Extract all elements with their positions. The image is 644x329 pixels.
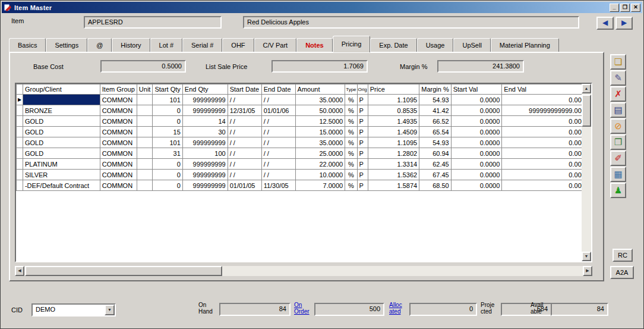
grid-cell[interactable]: COMMON	[100, 105, 137, 116]
row-selector[interactable]	[17, 127, 23, 137]
grid-cell[interactable]: P	[357, 170, 368, 180]
row-selector[interactable]	[17, 148, 23, 159]
grid-cell[interactable]: 35.0000	[295, 95, 345, 105]
grid-cell[interactable]: 0.0000	[451, 170, 502, 180]
grid-cell[interactable]: 41.42	[419, 105, 451, 116]
grid-cell[interactable]: / /	[228, 127, 261, 137]
combo-dropdown-icon[interactable]: ▼	[105, 305, 115, 315]
titlebar[interactable]: Item Master _❐✕	[2, 2, 642, 13]
grid-cell[interactable]: 60.94	[419, 148, 451, 159]
grid-cell[interactable]: 50.0000	[295, 105, 345, 116]
new-record-button[interactable]: ❏	[610, 54, 626, 70]
grid-cell[interactable]: 0	[153, 105, 182, 116]
scroll-down-icon[interactable]: ▼	[582, 252, 591, 261]
maximize-button[interactable]: ❐	[620, 4, 630, 12]
grid-cell[interactable]: 0.0000	[451, 148, 502, 159]
grid-cell[interactable]: BRONZE	[23, 105, 100, 116]
column-header-group-client[interactable]: Group/Client	[23, 84, 100, 95]
horizontal-scrollbar[interactable]: ◀ ▶	[15, 266, 592, 276]
column-header-end-val[interactable]: End Val	[502, 84, 591, 95]
grid-cell[interactable]	[137, 180, 153, 191]
edit-record-button[interactable]: ✎	[610, 70, 626, 86]
row-selector[interactable]: ▶	[17, 95, 23, 105]
grid-cell[interactable]: 25.0000	[295, 148, 345, 159]
grid-cell[interactable]: 62.45	[419, 159, 451, 170]
tab-lot[interactable]: Lot #	[150, 38, 182, 52]
grid-cell[interactable]: %	[345, 170, 357, 180]
grid-cell[interactable]: COMMON	[100, 116, 137, 127]
grid-cell[interactable]: / /	[261, 148, 295, 159]
grid-cell[interactable]: 999999999	[182, 180, 228, 191]
tab-pricing[interactable]: Pricing	[333, 36, 371, 52]
grid-cell[interactable]: 999999999	[182, 170, 228, 180]
column-header-start-date[interactable]: Start Date	[228, 84, 261, 95]
grid-cell[interactable]: 1.5362	[368, 170, 419, 180]
grid-cell[interactable]: %	[345, 105, 357, 116]
grid-cell[interactable]	[137, 116, 153, 127]
grid-cell[interactable]: GOLD	[23, 148, 100, 159]
redline-button[interactable]: ✐	[610, 151, 626, 166]
tab-exp-date[interactable]: Exp. Date	[370, 38, 416, 52]
grid-cell[interactable]: COMMON	[100, 180, 137, 191]
column-header-type[interactable]: Type	[345, 84, 357, 95]
tab-ohf[interactable]: OHF	[222, 38, 254, 52]
grid-cell[interactable]: 1.3314	[368, 159, 419, 170]
grid-cell[interactable]: 7.0000	[295, 180, 345, 191]
grid-cell[interactable]: / /	[228, 170, 261, 180]
margin-percent-field[interactable]: 241.3800	[437, 60, 524, 73]
grid-cell[interactable]: / /	[261, 95, 295, 105]
cid-combo[interactable]: DEMO ▼	[31, 303, 116, 317]
grid-cell[interactable]: COMMON	[100, 137, 137, 148]
column-header-amount[interactable]: Amount	[295, 84, 345, 95]
close-button[interactable]: ✕	[631, 4, 640, 12]
grid-row[interactable]: GOLDCOMMON1530/ // /15.0000%P1.450965.54…	[17, 127, 591, 137]
previous-item-button[interactable]: ◀	[596, 17, 614, 30]
tab-upsell[interactable]: UpSell	[453, 38, 490, 52]
grid-cell[interactable]: / /	[228, 137, 261, 148]
grid-cell[interactable]: 0.0000	[451, 137, 502, 148]
grid-cell[interactable]: 1.4509	[368, 127, 419, 137]
next-item-button[interactable]: ▶	[615, 17, 633, 30]
row-selector[interactable]	[17, 116, 23, 127]
cancel-button[interactable]: ⊘	[610, 118, 626, 134]
grid-cell[interactable]: -DEF/Default Contract	[23, 180, 100, 191]
grid-cell[interactable]: 68.50	[419, 180, 451, 191]
grid-cell[interactable]: P	[357, 105, 368, 116]
grid-cell[interactable]: COMMON	[100, 170, 137, 180]
grid-cell[interactable]: 999999999	[182, 105, 228, 116]
grid-cell[interactable]: 0.0000	[502, 127, 591, 137]
grid-cell[interactable]: 0	[153, 116, 182, 127]
grid-row[interactable]: SILVERCOMMON0999999999/ // /10.0000%P1.5…	[17, 170, 591, 180]
grid-cell[interactable]	[23, 95, 100, 105]
row-selector[interactable]	[17, 180, 23, 191]
grid-cell[interactable]: %	[345, 95, 357, 105]
grid-cell[interactable]: 0.0000	[502, 180, 591, 191]
grid-cell[interactable]: / /	[228, 116, 261, 127]
grid-cell[interactable]: 1.4935	[368, 116, 419, 127]
tab-basics[interactable]: Basics	[9, 38, 46, 52]
grid-cell[interactable]: 0.0000	[502, 159, 591, 170]
grid-cell[interactable]: 1.1095	[368, 137, 419, 148]
column-header-price[interactable]: Price	[368, 84, 419, 95]
grid-cell[interactable]: 1.2802	[368, 148, 419, 159]
metric-label-on-order[interactable]: OnOrder	[294, 302, 310, 315]
grid-row[interactable]: BRONZECOMMON099999999912/31/0501/01/0650…	[17, 105, 591, 116]
grid-cell[interactable]: 54.93	[419, 137, 451, 148]
grid-cell[interactable]: COMMON	[100, 159, 137, 170]
column-header-start-val[interactable]: Start Val	[451, 84, 502, 95]
row-selector[interactable]	[17, 137, 23, 148]
column-header-margin-[interactable]: Margin %	[419, 84, 451, 95]
tab-history[interactable]: History	[112, 38, 150, 52]
delete-record-button[interactable]: ✗	[610, 86, 626, 102]
grid-cell[interactable]	[137, 105, 153, 116]
scroll-right-icon[interactable]: ▶	[583, 266, 592, 276]
grid-cell[interactable]: 100	[182, 148, 228, 159]
tab-settings[interactable]: Settings	[46, 38, 87, 52]
grid-cell[interactable]	[137, 95, 153, 105]
grid-cell[interactable]: GOLD	[23, 116, 100, 127]
grid-cell[interactable]: 31	[153, 148, 182, 159]
item-code-field[interactable]: APPLESRD	[84, 16, 222, 29]
column-header-unit[interactable]: Unit	[137, 84, 153, 95]
copy-record-button[interactable]: ❐	[610, 134, 626, 150]
grid-cell[interactable]: P	[357, 95, 368, 105]
